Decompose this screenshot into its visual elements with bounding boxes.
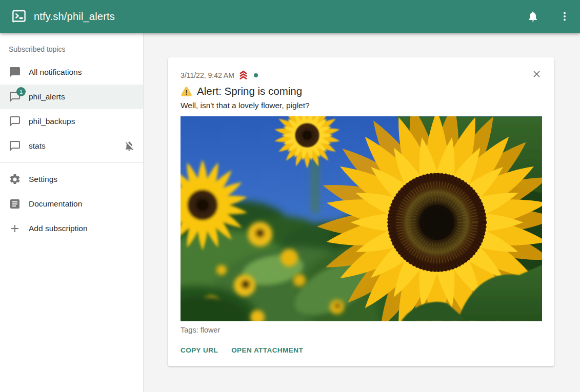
sidebar: Subscribed topics All notifications 1 ph…	[0, 33, 144, 392]
plus-icon	[9, 222, 21, 235]
notification-title: Alert: Spring is coming	[197, 85, 302, 97]
sidebar-item-phil-backups[interactable]: phil_backups	[0, 109, 143, 134]
bell-off-icon	[124, 140, 135, 152]
chat-bubble-filled-icon	[9, 66, 21, 78]
notification-body: Well, isn't that a lovely flower, piglet…	[181, 101, 542, 110]
sidebar-item-label: Documentation	[29, 199, 82, 209]
gear-icon	[9, 173, 21, 185]
subscribed-topics-subheader: Subscribed topics	[0, 34, 143, 60]
notification-meta: 3/11/22, 9:42 AM	[181, 70, 258, 80]
page-title: ntfy.sh/phil_alerts	[34, 11, 115, 23]
notification-tags: Tags: flower	[181, 326, 542, 334]
sidebar-item-label: Settings	[29, 175, 57, 184]
unread-count-badge: 1	[16, 87, 26, 96]
close-icon	[531, 73, 542, 81]
sidebar-item-all-notifications[interactable]: All notifications	[0, 60, 143, 85]
notification-title-row: Alert: Spring is coming	[181, 85, 542, 97]
ntfy-logo-icon	[11, 9, 27, 24]
attachment-image[interactable]	[181, 116, 542, 321]
ntfy-app: ntfy.sh/phil_alerts Subscribed topics	[0, 0, 580, 392]
sidebar-divider	[0, 162, 143, 163]
sidebar-item-add-subscription[interactable]: Add subscription	[0, 216, 143, 241]
notification-actions: COPY URL OPEN ATTACHMENT	[181, 345, 542, 355]
chat-bubble-outline-icon: 1	[9, 91, 21, 103]
sidebar-item-label: phil_backups	[29, 117, 75, 126]
overflow-menu-button[interactable]	[552, 4, 577, 29]
sidebar-item-phil-alerts[interactable]: 1 phil_alerts	[0, 85, 143, 109]
timestamp: 3/11/22, 9:42 AM	[181, 71, 234, 79]
sidebar-item-label: phil_alerts	[29, 92, 65, 101]
app-bar: ntfy.sh/phil_alerts	[0, 0, 580, 33]
chat-bubble-outline-icon	[9, 115, 21, 128]
sidebar-item-documentation[interactable]: Documentation	[0, 192, 143, 216]
article-icon	[9, 198, 21, 210]
sidebar-item-stats[interactable]: stats	[0, 134, 143, 158]
notification-card: 3/11/22, 9:42 AM	[168, 57, 554, 366]
notifications-button[interactable]	[521, 4, 545, 29]
sidebar-item-label: stats	[29, 141, 46, 151]
main-content: 3/11/22, 9:42 AM	[144, 33, 580, 392]
priority-max-chevrons-icon	[237, 70, 250, 80]
copy-url-button[interactable]: COPY URL	[181, 345, 218, 355]
sidebar-item-settings[interactable]: Settings	[0, 167, 143, 192]
open-attachment-button[interactable]: OPEN ATTACHMENT	[231, 345, 303, 355]
bell-icon	[527, 10, 539, 23]
sidebar-item-label: All notifications	[29, 68, 82, 77]
sidebar-item-label: Add subscription	[29, 224, 88, 233]
warning-triangle-icon	[181, 86, 192, 97]
chat-bubble-outline-icon	[9, 140, 21, 152]
kebab-menu-icon	[558, 10, 571, 23]
delete-notification-button[interactable]	[531, 69, 542, 81]
unread-indicator-dot	[254, 73, 258, 77]
